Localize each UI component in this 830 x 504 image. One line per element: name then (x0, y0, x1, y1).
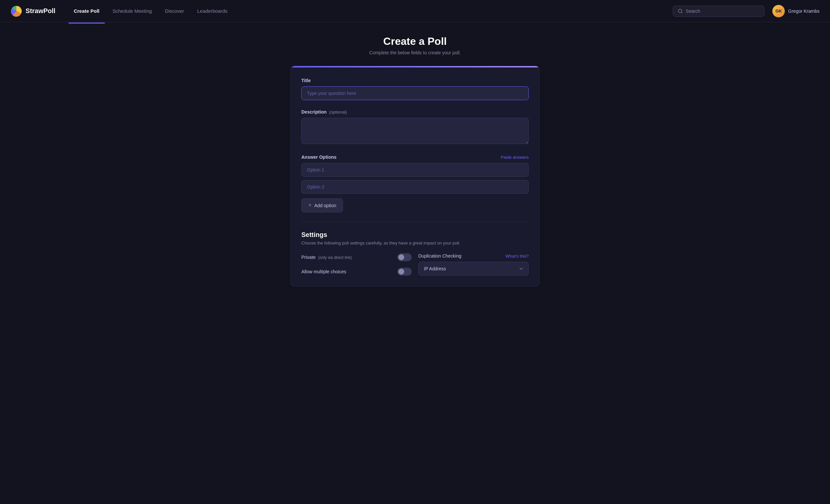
duplication-header: Duplication Checking What's this? (418, 253, 529, 259)
multiple-choices-toggle-slider (397, 268, 412, 275)
settings-grid: Private (only via direct link) Allow mul… (301, 253, 529, 275)
form-card-body: Title Description (optional) Answer Opti… (291, 67, 539, 286)
title-input[interactable] (301, 87, 529, 100)
avatar: GK (772, 5, 785, 18)
main-content: Create a Poll Complete the below fields … (284, 22, 546, 312)
private-label: Private (only via direct link) (301, 255, 352, 260)
answer-options-header: Answer Options Paste answers (301, 155, 529, 160)
paste-answers-button[interactable]: Paste answers (501, 155, 529, 160)
navbar: StrawPoll Create Poll Schedule Meeting D… (0, 0, 830, 22)
add-option-button[interactable]: + Add option (301, 198, 343, 212)
settings-title: Settings (301, 231, 529, 239)
options-list (301, 163, 529, 197)
nav-menu: Create Poll Schedule Meeting Discover Le… (68, 6, 673, 16)
duplication-select[interactable]: IP Address (418, 262, 529, 275)
answer-options-field-group: Answer Options Paste answers + Add optio… (301, 155, 529, 212)
form-card: Title Description (optional) Answer Opti… (290, 66, 540, 287)
private-setting-row: Private (only via direct link) (301, 253, 412, 261)
option-2-input[interactable] (301, 180, 529, 194)
logo-link[interactable]: StrawPoll (10, 5, 55, 17)
page-subtitle: Complete the below fields to create your… (290, 50, 540, 55)
search-bar[interactable] (673, 6, 765, 17)
section-divider (301, 222, 529, 222)
page-header: Create a Poll Complete the below fields … (290, 35, 540, 55)
nav-item-leaderboards[interactable]: Leaderboards (192, 6, 233, 16)
private-note: (only via direct link) (318, 255, 352, 260)
search-input[interactable] (685, 8, 760, 14)
settings-subtitle: Choose the following poll settings caref… (301, 240, 529, 245)
add-option-plus-icon: + (308, 202, 312, 209)
nav-item-discover[interactable]: Discover (160, 6, 189, 16)
nav-item-schedule-meeting[interactable]: Schedule Meeting (107, 6, 157, 16)
settings-right-col: Duplication Checking What's this? IP Add… (418, 253, 529, 275)
multiple-choices-setting-row: Allow multiple choices (301, 268, 412, 275)
nav-item-create-poll[interactable]: Create Poll (68, 6, 104, 16)
option-1-input[interactable] (301, 163, 529, 177)
whats-this-button[interactable]: What's this? (506, 254, 529, 259)
multiple-choices-label: Allow multiple choices (301, 269, 346, 274)
user-name: Gregor Krambs (788, 8, 820, 14)
answer-options-label: Answer Options (301, 155, 337, 160)
private-toggle-slider (397, 253, 412, 261)
description-label: Description (optional) (301, 109, 529, 114)
settings-left-col: Private (only via direct link) Allow mul… (301, 253, 412, 275)
search-icon (678, 8, 683, 14)
description-field-group: Description (optional) (301, 109, 529, 145)
title-field-group: Title (301, 78, 529, 100)
duplication-label: Duplication Checking (418, 253, 461, 259)
description-textarea[interactable] (301, 118, 529, 144)
description-optional: (optional) (329, 110, 347, 114)
private-toggle[interactable] (397, 253, 412, 261)
user-menu[interactable]: GK Gregor Krambs (772, 5, 820, 18)
logo-icon (10, 5, 22, 17)
settings-section: Settings Choose the following poll setti… (301, 231, 529, 275)
title-label: Title (301, 78, 529, 83)
multiple-choices-toggle[interactable] (397, 268, 412, 275)
svg-point-1 (678, 9, 682, 13)
page-title: Create a Poll (290, 35, 540, 47)
brand-name: StrawPoll (26, 7, 55, 15)
